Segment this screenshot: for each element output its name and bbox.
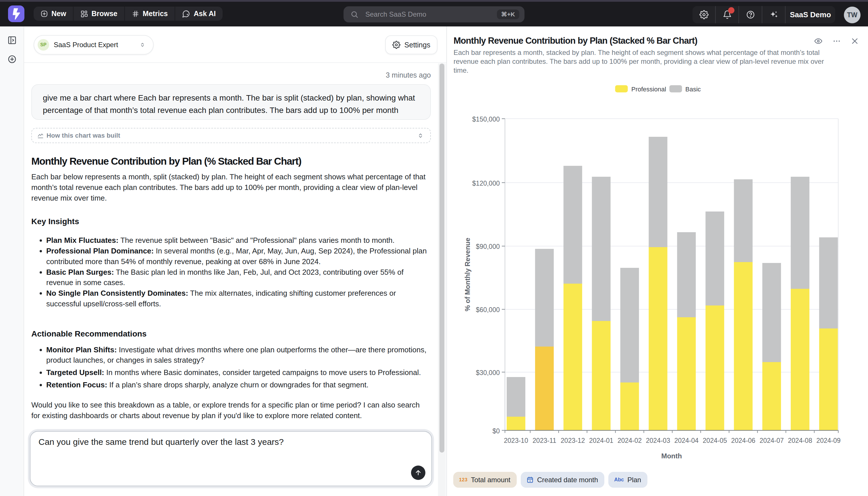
svg-text:Basic: Basic: [685, 86, 701, 93]
svg-text:% of Monthly Revenue: % of Monthly Revenue: [464, 238, 471, 311]
svg-text:2024-08: 2024-08: [788, 437, 812, 444]
svg-text:$90,000: $90,000: [476, 243, 500, 250]
svg-text:$120,000: $120,000: [472, 180, 500, 187]
svg-text:Professional: Professional: [631, 86, 666, 93]
svg-text:$60,000: $60,000: [476, 306, 500, 313]
svg-text:2024-07: 2024-07: [759, 437, 784, 444]
svg-text:$150,000: $150,000: [472, 115, 500, 123]
svg-text:2024-02: 2024-02: [617, 437, 642, 444]
svg-text:$30,000: $30,000: [476, 369, 500, 376]
svg-text:2024-05: 2024-05: [703, 437, 727, 444]
svg-text:2024-01: 2024-01: [589, 437, 613, 444]
svg-text:2024-04: 2024-04: [674, 437, 699, 444]
svg-text:2023-10: 2023-10: [504, 437, 528, 444]
svg-text:2023-11: 2023-11: [532, 437, 556, 444]
svg-text:2023-12: 2023-12: [561, 437, 585, 444]
svg-text:2024-03: 2024-03: [646, 437, 670, 444]
svg-text:2024-09: 2024-09: [816, 437, 840, 444]
svg-text:Month: Month: [661, 452, 682, 460]
svg-text:$0: $0: [492, 427, 500, 435]
svg-text:2024-06: 2024-06: [731, 437, 755, 444]
